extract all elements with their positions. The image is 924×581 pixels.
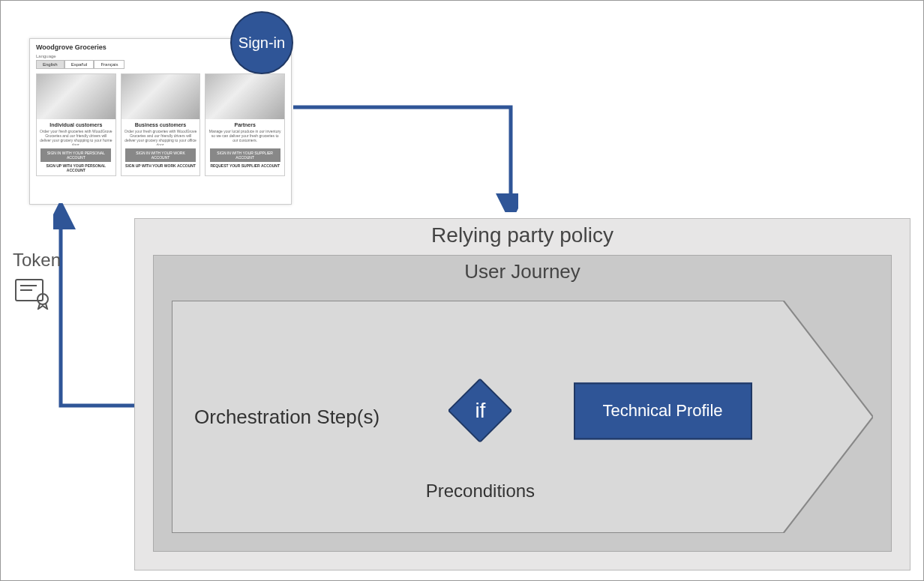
user-journey-box: User Journey Orchestration Step(s) if Pr…: [153, 255, 892, 552]
card-individual-image: [37, 74, 116, 119]
card-partners-heading: Partners: [234, 122, 255, 127]
card-partners-signin-button[interactable]: SIGN IN WITH YOUR SUPPLIER ACCOUNT: [210, 148, 280, 162]
card-individual: Individual customers Order your fresh gr…: [36, 73, 116, 176]
woodgrove-cards: Individual customers Order your fresh gr…: [36, 73, 285, 176]
preconditions-label: Preconditions: [426, 481, 535, 502]
technical-profile-node: Technical Profile: [574, 382, 752, 439]
relying-party-policy-box: Relying party policy User Journey Orches…: [134, 218, 910, 571]
user-journey-title: User Journey: [154, 260, 891, 283]
tab-espanol[interactable]: Español: [64, 60, 94, 69]
card-business-heading: Business customers: [135, 122, 186, 127]
card-business-signin-button[interactable]: SIGN IN WITH YOUR WORK ACCOUNT: [125, 148, 196, 162]
card-business: Business customers Order your fresh groc…: [121, 73, 201, 176]
arrow-signin-to-rp: [293, 40, 518, 212]
card-individual-heading: Individual customers: [50, 122, 102, 127]
card-partners-request-link[interactable]: REQUEST YOUR SUPPLIER ACCOUNT: [210, 163, 280, 168]
card-individual-signin-button[interactable]: SIGN IN WITH YOUR PERSONAL ACCOUNT: [40, 148, 111, 162]
card-individual-signup-link[interactable]: SIGN UP WITH YOUR PERSONAL ACCOUNT: [37, 163, 116, 172]
preconditions-if-label: if: [475, 399, 485, 423]
journey-arrow-container: Orchestration Step(s) if Preconditions T…: [172, 301, 873, 533]
card-business-image: [122, 74, 200, 119]
preconditions-node: if: [448, 379, 512, 442]
card-business-signup-link[interactable]: SIGN UP WITH YOUR WORK ACCOUNT: [125, 163, 196, 168]
card-individual-desc: Order your fresh groceries with WoodGrov…: [37, 129, 116, 145]
card-partners-desc: Manage your local produce in our invento…: [206, 129, 284, 145]
orchestration-steps-label: Orchestration Step(s): [194, 406, 380, 429]
signin-node: Sign-in: [230, 11, 293, 74]
card-partners: Partners Manage your local produce in ou…: [205, 73, 285, 176]
signin-label: Sign-in: [238, 34, 285, 52]
tab-english[interactable]: English: [36, 60, 64, 69]
tab-francais[interactable]: Français: [94, 60, 124, 69]
card-partners-image: [206, 74, 284, 119]
token-label: Token: [13, 250, 61, 271]
arrow-rp-to-app: [53, 203, 143, 413]
technical-profile-label: Technical Profile: [602, 401, 722, 421]
token-icon: [14, 277, 52, 310]
relying-party-title: Relying party policy: [135, 223, 910, 247]
card-business-desc: Order your fresh groceries with WoodGrov…: [122, 129, 200, 145]
